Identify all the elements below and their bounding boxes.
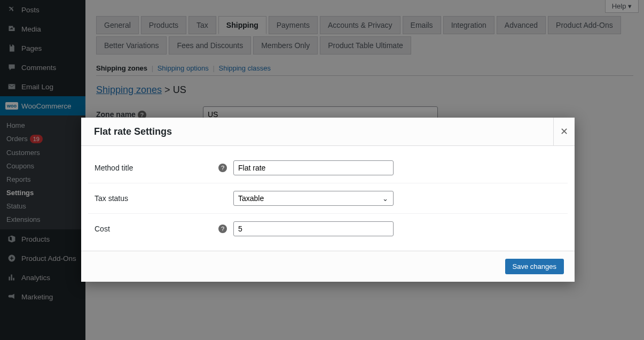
help-icon[interactable]: ? bbox=[218, 164, 227, 172]
method-title-input[interactable] bbox=[233, 160, 394, 175]
modal-title: Flat rate Settings bbox=[94, 126, 172, 137]
tax-status-label: Tax status bbox=[95, 194, 128, 203]
flat-rate-modal: Flat rate Settings ✕ Method title ? Tax … bbox=[81, 118, 575, 282]
close-icon[interactable]: ✕ bbox=[553, 118, 575, 145]
method-title-label: Method title bbox=[95, 164, 133, 172]
cost-input[interactable] bbox=[233, 221, 394, 236]
help-icon[interactable]: ? bbox=[218, 225, 227, 233]
cost-label: Cost bbox=[95, 225, 110, 233]
save-button[interactable]: Save changes bbox=[505, 259, 564, 274]
tax-status-select[interactable]: Taxable bbox=[233, 191, 394, 206]
